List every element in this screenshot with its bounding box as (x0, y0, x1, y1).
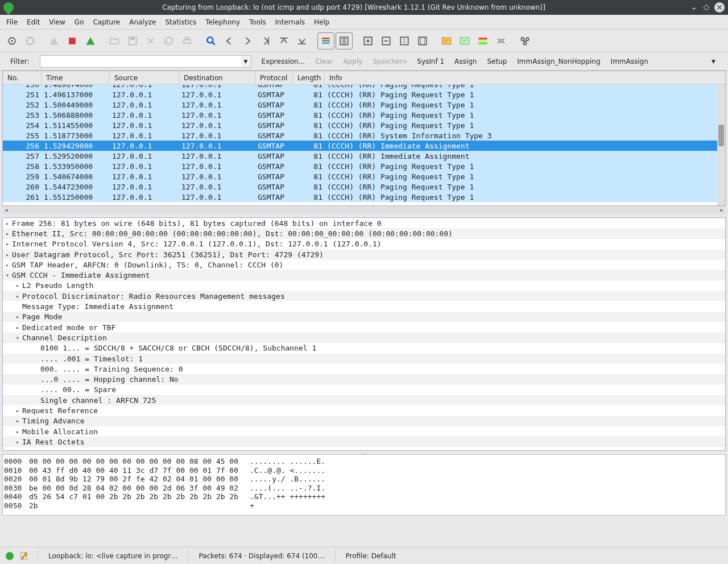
go-forward-icon[interactable] (239, 32, 256, 50)
display-filters-icon[interactable] (456, 32, 473, 50)
packet-list-header[interactable]: No. Time Source Destination Protocol Len… (3, 71, 725, 85)
detail-row[interactable]: GSM CCCH - Immediate Assignment (3, 270, 725, 280)
go-to-packet-icon[interactable] (257, 32, 274, 50)
reload-icon[interactable] (160, 32, 177, 50)
packet-row[interactable]: 2571.529520000127.0.0.1127.0.0.1GSMTAP81… (3, 151, 717, 161)
filter-sysinf-button[interactable]: SysInf 1 (417, 57, 444, 65)
filter-setup-button[interactable]: Setup (487, 57, 507, 65)
menu-statistics[interactable]: Statistics (161, 16, 200, 28)
packet-bytes-pane[interactable]: 000000 00 00 00 00 00 00 0000 00 00 00 0… (2, 454, 726, 516)
menu-telephony[interactable]: Telephony (201, 16, 244, 28)
go-back-icon[interactable] (221, 32, 238, 50)
go-first-icon[interactable] (275, 32, 292, 50)
filter-save-button[interactable]: Speichern (373, 57, 407, 65)
col-src[interactable]: Source (110, 71, 179, 84)
hex-row[interactable]: 002000 01 8d 9b 12 79 00 2ffe 42 02 04 0… (4, 475, 724, 484)
minimize-icon[interactable]: ⌄ (689, 2, 698, 11)
detail-row[interactable]: Protocol Discriminator: Radio Resources … (3, 291, 725, 301)
zoom-in-icon[interactable] (359, 32, 377, 50)
expert-info-icon[interactable] (5, 551, 15, 561)
detail-row[interactable]: Channel Description (3, 332, 725, 343)
detail-row[interactable]: IA Rest Octets (3, 437, 725, 447)
filter-clear-button[interactable]: Clear (315, 57, 333, 65)
detail-row[interactable]: Ethernet II, Src: 00:00:00_00:00:00 (00:… (3, 228, 725, 238)
detail-row[interactable]: Message Type: Immediate Assignment (3, 301, 725, 311)
packet-row[interactable]: 2581.533950000127.0.0.1127.0.0.1GSMTAP81… (3, 161, 717, 171)
hex-row[interactable]: 000000 00 00 00 00 00 00 0000 00 00 00 0… (4, 457, 724, 466)
go-last-icon[interactable] (293, 32, 311, 50)
open-file-icon[interactable] (106, 32, 123, 50)
col-proto[interactable]: Protocol (255, 71, 293, 84)
detail-row[interactable]: ...0 .... = Hopping channel: No (3, 374, 725, 384)
maximize-icon[interactable]: ◇ (702, 2, 711, 11)
capture-filters-icon[interactable] (438, 32, 455, 50)
detail-row[interactable]: GSM TAP Header, ARFCN: 0 (Downlink), TS:… (3, 260, 725, 270)
menu-go[interactable]: Go (71, 16, 88, 28)
col-len[interactable]: Length (293, 71, 325, 84)
zoom-reset-icon[interactable]: 1 (396, 32, 413, 50)
close-file-icon[interactable] (142, 32, 159, 50)
packet-list-hscroll[interactable]: ◂▸ (2, 206, 726, 214)
menu-help[interactable]: Help (310, 16, 333, 28)
detail-row[interactable]: Internet Protocol Version 4, Src: 127.0.… (3, 239, 725, 249)
filter-dropdown-icon[interactable]: ▼ (241, 55, 251, 68)
packet-row[interactable]: 2531.506888000127.0.0.1127.0.0.1GSMTAP81… (3, 110, 717, 120)
packet-row[interactable]: 2521.500449000127.0.0.1127.0.0.1GSMTAP81… (3, 100, 717, 110)
packet-list-scrollbar[interactable] (717, 85, 725, 205)
detail-row[interactable]: 0100 1... = SDCCH/8 + SACCH/C8 or CBCH (… (3, 343, 725, 353)
edit-capture-comment-icon[interactable] (19, 551, 30, 561)
packet-row[interactable]: 2611.551250000127.0.0.1127.0.0.1GSMTAP81… (3, 192, 717, 202)
detail-row[interactable]: Single channel : ARFCN 725 (3, 395, 725, 405)
packet-row[interactable]: 2601.544723000127.0.0.1127.0.0.1GSMTAP81… (3, 182, 717, 192)
menu-tools[interactable]: Tools (245, 16, 270, 28)
status-profile[interactable]: Profile: Default (344, 552, 399, 560)
filter-assign-button[interactable]: Assign (454, 57, 477, 65)
filter-immassign-nonhop-button[interactable]: ImmAssign_NonHopping (517, 57, 600, 65)
detail-row[interactable]: Mobile Allocation (3, 426, 725, 437)
col-no[interactable]: No. (3, 71, 42, 84)
packet-row[interactable]: 2551.518773000127.0.0.1127.0.0.1GSMTAP81… (3, 130, 717, 141)
detail-row[interactable]: L2 Pseudo Length (3, 281, 725, 291)
detail-row[interactable]: Frame 256: 81 bytes on wire (648 bits), … (3, 218, 725, 228)
preferences-icon[interactable] (493, 32, 510, 50)
hex-row[interactable]: 0040d5 26 54 c7 01 00 2b 2b2b 2b 2b 2b 2… (4, 492, 724, 501)
packet-row[interactable]: 2541.511455000127.0.0.1127.0.0.1GSMTAP81… (3, 120, 717, 130)
detail-row[interactable]: Timing Advance (3, 416, 725, 426)
options-icon[interactable] (22, 32, 39, 50)
menu-file[interactable]: File (2, 16, 22, 28)
detail-row[interactable]: .... 00.. = Spare (3, 385, 725, 395)
resize-columns-icon[interactable] (414, 32, 431, 50)
interfaces-icon[interactable] (3, 32, 20, 50)
col-dst[interactable]: Destination (179, 71, 255, 84)
stop-capture-icon[interactable] (64, 32, 81, 50)
zoom-out-icon[interactable] (378, 32, 395, 50)
detail-row[interactable]: User Datagram Protocol, Src Port: 36251 … (3, 249, 725, 260)
packet-row[interactable]: 2591.540674000127.0.0.1127.0.0.1GSMTAP81… (3, 171, 717, 182)
detail-row[interactable]: .... .001 = Timeslot: 1 (3, 353, 725, 364)
packet-details-pane[interactable]: Frame 256: 81 bytes on wire (648 bits), … (2, 217, 726, 451)
hex-row[interactable]: 001000 43 ff d0 40 00 40 113c d7 7f 00 0… (4, 466, 724, 475)
menu-edit[interactable]: Edit (23, 16, 44, 28)
colorize-icon[interactable] (317, 32, 334, 50)
restart-capture-icon[interactable] (82, 32, 99, 50)
print-icon[interactable] (179, 32, 196, 50)
detail-row[interactable]: Page Mode (3, 312, 725, 322)
col-info[interactable]: Info (325, 71, 725, 84)
start-capture-icon[interactable] (46, 32, 63, 50)
filter-overflow-icon[interactable]: ▼ (712, 59, 718, 64)
menu-view[interactable]: View (45, 16, 69, 28)
menu-analyze[interactable]: Analyze (125, 16, 160, 28)
auto-scroll-icon[interactable] (336, 32, 353, 50)
menu-internals[interactable]: Internals (271, 16, 309, 28)
close-icon[interactable]: ✕ (714, 2, 725, 13)
hex-row[interactable]: 0030be 00 00 0d 28 04 02 0000 00 2d 06 3… (4, 484, 724, 493)
detail-row[interactable]: 000. .... = Training Sequence: 0 (3, 364, 725, 374)
packet-row[interactable]: 2561.529429000127.0.0.1127.0.0.1GSMTAP81… (3, 141, 717, 151)
col-time[interactable]: Time (42, 71, 110, 84)
packet-row[interactable]: 2501.489674000127.0.0.1127.0.0.1GSMTAP81… (3, 85, 717, 89)
detail-row[interactable]: Request Reference (3, 405, 725, 415)
detail-row[interactable]: Dedicated mode or TBF (3, 322, 725, 332)
filter-input[interactable] (40, 55, 242, 68)
filter-immassign-button[interactable]: ImmAssign (611, 57, 648, 65)
coloring-rules-icon[interactable] (474, 32, 491, 50)
